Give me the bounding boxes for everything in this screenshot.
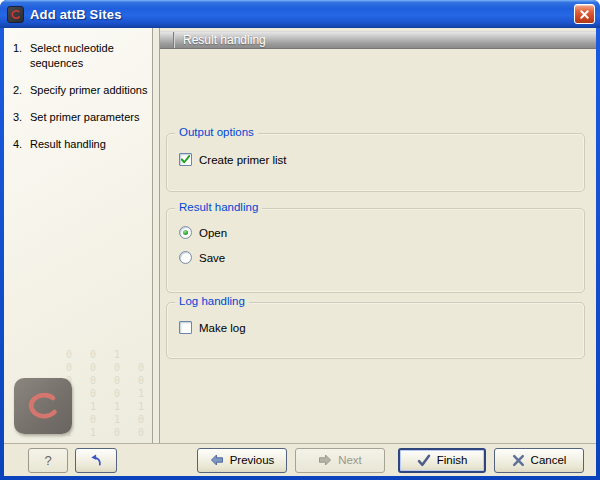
checkbox-label: Make log <box>199 322 246 334</box>
finish-button[interactable]: Finish <box>398 448 486 473</box>
clc-crescent-icon <box>22 386 64 426</box>
open-radio[interactable] <box>179 226 192 239</box>
close-button[interactable] <box>574 4 595 24</box>
step-header-title: Result handling <box>174 33 266 47</box>
group-legend: Log handling <box>175 295 249 307</box>
create-primer-list-row[interactable]: Create primer list <box>179 153 584 166</box>
undo-arrow-icon <box>89 453 104 467</box>
reset-button[interactable] <box>75 448 117 473</box>
create-primer-list-checkbox[interactable] <box>179 153 192 166</box>
main-pane: Result handling Output options <box>160 28 596 443</box>
radio-label: Save <box>199 252 225 264</box>
titlebar[interactable]: Add attB Sites <box>0 0 600 28</box>
group-result-handling: Result handling Open Save <box>166 208 585 293</box>
arrow-right-icon <box>318 454 332 466</box>
save-radio-row[interactable]: Save <box>179 251 584 264</box>
window-title: Add attB Sites <box>30 7 122 22</box>
x-icon <box>512 454 525 467</box>
step-specify-primer-additions: 2. Specify primer additions <box>13 83 150 98</box>
checkbox-label: Create primer list <box>199 154 287 166</box>
button-bar: ? Previous <box>4 443 596 476</box>
cancel-label: Cancel <box>531 454 567 466</box>
finish-label: Finish <box>437 454 468 466</box>
help-label: ? <box>44 453 51 468</box>
close-icon <box>579 9 590 20</box>
help-button[interactable]: ? <box>28 448 68 473</box>
step-label: Set primer parameters <box>30 110 150 125</box>
step-number: 1. <box>13 41 30 71</box>
next-button[interactable]: Next <box>295 448 385 473</box>
open-radio-row[interactable]: Open <box>179 226 584 239</box>
radio-label: Open <box>199 227 227 239</box>
step-select-nucleotide-sequences: 1. Select nucleotide sequences <box>13 41 150 71</box>
step-number: 4. <box>13 137 30 152</box>
make-log-checkbox[interactable] <box>179 321 192 334</box>
previous-button[interactable]: Previous <box>197 448 287 473</box>
arrow-left-icon <box>210 454 224 466</box>
check-icon <box>180 154 191 165</box>
group-log-handling: Log handling Make log <box>166 302 585 359</box>
step-set-primer-parameters: 3. Set primer parameters <box>13 110 150 125</box>
group-output-options: Output options Create primer list <box>166 133 585 192</box>
window-frame: 1. Select nucleotide sequences 2. Specif… <box>0 28 600 480</box>
group-legend: Output options <box>175 126 258 138</box>
step-label: Result handling <box>30 137 150 152</box>
step-number: 3. <box>13 110 30 125</box>
wizard-steps-sidebar: 1. Select nucleotide sequences 2. Specif… <box>4 28 152 443</box>
check-icon <box>417 454 431 467</box>
cancel-button[interactable]: Cancel <box>494 448 584 473</box>
wizard-dialog: Add attB Sites 1. Select nucleotide sequ… <box>0 0 600 480</box>
step-label: Select nucleotide sequences <box>30 41 150 71</box>
step-header-bar: Result handling <box>160 31 596 49</box>
step-label: Specify primer additions <box>30 83 150 98</box>
header-grip <box>160 32 174 48</box>
save-radio[interactable] <box>179 251 192 264</box>
pane-divider <box>152 28 160 443</box>
step-number: 2. <box>13 83 30 98</box>
previous-label: Previous <box>230 454 275 466</box>
clc-logo-badge <box>14 378 72 434</box>
binary-watermark: 0 0 1 0 0 0 0 0 0 0 0 1 0 0 1 1 1 1 1 1 … <box>66 348 150 439</box>
clc-logo-icon <box>7 6 24 23</box>
next-label: Next <box>338 454 362 466</box>
make-log-row[interactable]: Make log <box>179 321 584 334</box>
step-result-handling: 4. Result handling <box>13 137 150 152</box>
group-legend: Result handling <box>175 201 262 213</box>
